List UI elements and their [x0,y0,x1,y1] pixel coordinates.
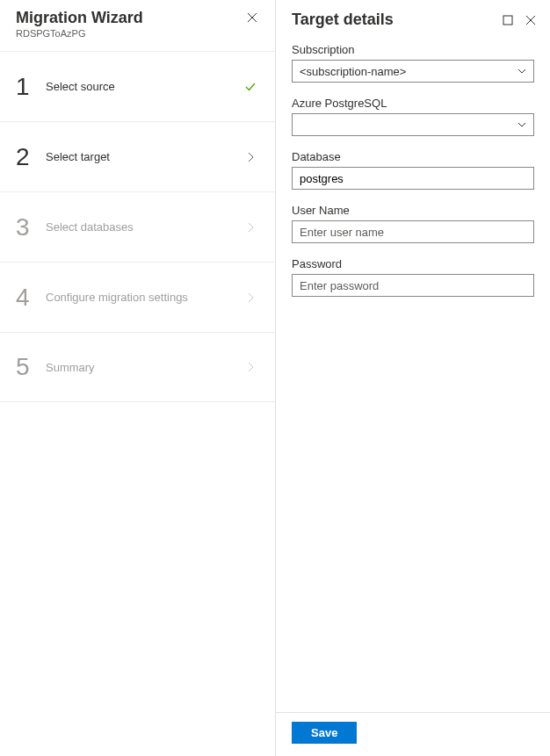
chevron-right-icon [242,152,259,162]
wizard-steps: 1 Select source 2 Select target 3 Select… [0,51,275,402]
maximize-button[interactable] [501,13,515,27]
field-database: Database [292,150,534,190]
username-input[interactable] [292,220,534,243]
chevron-right-icon [242,292,259,303]
field-username: User Name [292,204,534,243]
close-icon [525,15,536,25]
subscription-select[interactable]: <subscription-name> [292,60,534,83]
password-label: Password [292,257,534,270]
step-label: Select target [46,150,242,163]
wizard-close-button[interactable] [243,9,261,26]
step-label: Select databases [46,220,242,234]
step-select-databases[interactable]: 3 Select databases [0,191,275,262]
subscription-value: <subscription-name> [300,65,406,78]
step-num: 3 [16,213,46,241]
username-label: User Name [292,204,534,217]
database-input[interactable] [292,167,534,190]
details-form: Subscription <subscription-name> Azure P… [276,36,550,712]
chevron-right-icon [242,362,259,372]
step-num: 4 [16,284,46,312]
close-icon [247,12,257,23]
database-label: Database [292,150,534,163]
details-close-button[interactable] [524,13,538,27]
details-footer: Save [276,712,550,756]
wizard-title: Migration Wizard [16,9,143,27]
checkmark-icon [242,81,259,93]
step-label: Configure migration settings [46,291,242,304]
step-num: 2 [16,143,46,171]
details-header: Target details [276,0,550,36]
azurepg-select[interactable] [292,113,534,136]
chevron-down-icon [517,68,526,74]
field-azure-postgresql: Azure PostgreSQL [292,97,534,136]
subscription-label: Subscription [292,43,534,56]
details-panel: Target details Subscription <subscriptio… [276,0,550,756]
chevron-down-icon [517,122,526,127]
chevron-right-icon [242,222,259,233]
azurepg-label: Azure PostgreSQL [292,97,534,110]
svg-rect-0 [503,16,512,25]
password-input[interactable] [292,274,534,297]
step-num: 1 [16,73,46,101]
step-select-source[interactable]: 1 Select source [0,51,275,121]
wizard-header: Migration Wizard RDSPGToAzPG [0,0,275,44]
field-subscription: Subscription <subscription-name> [292,43,534,83]
field-password: Password [292,257,534,297]
step-label: Select source [46,80,242,93]
details-title: Target details [292,11,394,29]
save-button[interactable]: Save [292,722,357,744]
step-select-target[interactable]: 2 Select target [0,121,275,191]
wizard-subtitle: RDSPGToAzPG [16,28,143,39]
step-configure-migration[interactable]: 4 Configure migration settings [0,262,275,332]
step-summary[interactable]: 5 Summary [0,332,275,402]
wizard-panel: Migration Wizard RDSPGToAzPG 1 Select so… [0,0,276,756]
step-label: Summary [46,361,242,374]
maximize-icon [503,15,513,25]
step-num: 5 [16,353,46,381]
